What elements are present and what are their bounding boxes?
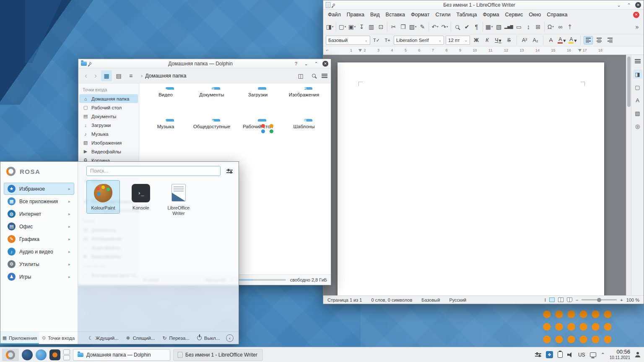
hibernate-button[interactable]: ❄Спящий... xyxy=(123,334,158,342)
category-office[interactable]: ▤Офис▸ xyxy=(4,220,74,233)
strikethrough-button[interactable]: S xyxy=(504,36,514,45)
app-libreoffice-writer[interactable]: LibreOffice Writer xyxy=(162,180,195,219)
subscript-button[interactable]: A₂ xyxy=(531,36,540,45)
folder-video[interactable]: ▶Видео xyxy=(143,89,189,97)
zoom-slider-knob[interactable] xyxy=(597,298,601,302)
superscript-button[interactable]: A² xyxy=(520,36,529,45)
dolphin-titlebar[interactable]: Домашняя папка — Dolphin ? ⌄ ⌃ ✕ xyxy=(78,59,331,68)
insert-footnote-button[interactable]: † xyxy=(565,21,575,32)
clock-widget[interactable]: 00:56 10.11.2021 xyxy=(610,349,630,360)
breadcrumb[interactable]: › Домашняя папка xyxy=(141,73,186,79)
paragraph-style-combo[interactable]: Базовый⌄ xyxy=(326,36,370,45)
filter-icon[interactable] xyxy=(226,169,233,173)
sidebar-gallery-icon[interactable]: ▧ xyxy=(633,109,642,118)
print-preview-button[interactable]: ⊡ xyxy=(376,21,386,32)
search-input[interactable] xyxy=(86,166,221,176)
insert-table-button[interactable]: ▦▾ xyxy=(484,21,494,32)
font-name-combo[interactable]: Liberation Serif⌄ xyxy=(394,36,444,45)
category-graphics[interactable]: ✎Графика▸ xyxy=(4,233,74,245)
keyboard-layout-indicator[interactable]: US xyxy=(578,352,585,358)
page-style-label[interactable]: Базовый xyxy=(421,297,440,303)
highlight-color-button[interactable]: А▾ xyxy=(568,36,577,45)
document-page[interactable] xyxy=(338,62,604,295)
save-button[interactable]: ▣▾ xyxy=(347,21,357,32)
folder-templates[interactable]: ▦Шаблоны xyxy=(281,121,327,129)
suspend-button[interactable]: ☾Ждущий... xyxy=(86,334,122,342)
place-downloads[interactable]: ↓Загрузки xyxy=(78,121,139,129)
font-size-combo[interactable]: 12 пт⌄ xyxy=(446,36,470,45)
category-games[interactable]: ♟Игры▸ xyxy=(4,271,74,283)
page-break-button[interactable]: ↨ xyxy=(524,21,533,32)
redo-button[interactable]: ↷▾ xyxy=(440,21,449,32)
insert-textbox-button[interactable]: ▭ xyxy=(514,21,524,32)
folder-documents[interactable]: ▤Документы xyxy=(189,89,235,97)
page-count-label[interactable]: Страница 1 из 1 xyxy=(327,297,362,303)
folder-pictures[interactable]: ◩Изображения xyxy=(281,89,327,97)
bold-button[interactable]: Ж xyxy=(472,36,481,45)
spellcheck-button[interactable]: ✔ xyxy=(462,21,472,32)
place-videos[interactable]: ▶Видеофайлы xyxy=(78,147,139,156)
category-utilities[interactable]: ⚙Утилиты▸ xyxy=(4,258,74,270)
app-konsole[interactable]: ›_ Konsole xyxy=(124,180,158,214)
place-desktop[interactable]: ▢Рабочий стол xyxy=(78,103,139,112)
sidebar-page-icon[interactable]: ▢ xyxy=(633,83,642,92)
audio-mixer-icon[interactable] xyxy=(535,352,541,357)
menu-table[interactable]: Таблица xyxy=(453,11,480,18)
tray-expander-icon[interactable]: ⌃ xyxy=(601,352,605,358)
restart-button[interactable]: ↻Переза... xyxy=(159,334,192,342)
collapse-button[interactable]: ‹ xyxy=(226,334,234,342)
menu-view[interactable]: Вид xyxy=(367,11,383,18)
pin-icon[interactable] xyxy=(89,62,92,65)
compact-view-button[interactable]: ▤ xyxy=(113,70,124,81)
category-internet[interactable]: ◍Интернет▸ xyxy=(4,208,74,220)
virtual-desktop-2[interactable] xyxy=(63,355,70,360)
category-audio-video[interactable]: ♪Аудио и видео▸ xyxy=(4,246,74,258)
quicklaunch-app-2-icon[interactable] xyxy=(36,349,47,360)
find-replace-button[interactable] xyxy=(452,21,462,32)
clipboard-icon[interactable] xyxy=(558,352,563,358)
update-style-button[interactable]: Т✓ xyxy=(372,36,381,45)
sidebar-properties-icon[interactable]: ◨ xyxy=(633,70,642,79)
pager-widget[interactable] xyxy=(63,349,70,361)
user-session-icon[interactable] xyxy=(635,352,640,357)
place-documents[interactable]: ▤Документы xyxy=(78,112,139,121)
tab-applications[interactable]: ▦Приложения xyxy=(0,332,39,344)
sidebar-settings-icon[interactable] xyxy=(633,57,642,66)
maximize-button[interactable]: ⌃ xyxy=(312,60,320,67)
tab-places[interactable]: ⊙Точки входа xyxy=(39,332,78,344)
cut-button[interactable]: ✂ xyxy=(389,21,398,32)
maximize-button[interactable]: ⌃ xyxy=(625,2,633,8)
breadcrumb-location[interactable]: Домашняя папка xyxy=(145,73,186,79)
clear-formatting-button[interactable]: А xyxy=(546,36,556,45)
left-indent-marker[interactable] xyxy=(358,49,362,52)
zoom-level-label[interactable]: 100 % xyxy=(626,297,639,303)
app-kolourpaint[interactable]: KolourPaint xyxy=(86,180,120,214)
align-right-button[interactable] xyxy=(605,36,615,44)
folder-desktop[interactable]: Рабочий стол xyxy=(235,121,281,129)
zoom-in-button[interactable]: + xyxy=(620,297,623,303)
zoom-out-button[interactable]: − xyxy=(576,297,578,303)
undo-button[interactable]: ↶▾ xyxy=(430,21,440,32)
insert-image-button[interactable]: ▧ xyxy=(494,21,504,32)
export-pdf-button[interactable]: ↧ xyxy=(357,21,366,32)
tab-stop-selector[interactable]: ⌐ xyxy=(326,48,329,52)
place-music[interactable]: ♪Музыка xyxy=(78,129,139,138)
align-center-button[interactable] xyxy=(595,36,604,44)
insert-field-button[interactable]: ⊞ xyxy=(533,21,543,32)
back-button[interactable]: ‹ xyxy=(82,72,90,80)
menu-help[interactable]: Справка xyxy=(544,11,570,18)
volume-icon[interactable] xyxy=(567,352,574,357)
virtual-desktop-1[interactable] xyxy=(63,349,70,354)
minimize-button[interactable]: ⌄ xyxy=(302,60,310,67)
italic-button[interactable]: К xyxy=(483,36,492,45)
task-writer[interactable]: Без имени 1 - LibreOffice Writer xyxy=(173,349,263,361)
word-count-label[interactable]: 0 слов, 0 символов xyxy=(371,297,412,303)
search-icon[interactable] xyxy=(312,74,316,78)
zoom-slider[interactable] xyxy=(582,299,617,300)
category-all-applications[interactable]: ▦Все приложения▸ xyxy=(4,195,74,207)
menu-tools[interactable]: Сервис xyxy=(502,11,526,18)
place-home[interactable]: ⌂Домашняя папка xyxy=(79,94,138,103)
close-document-button[interactable]: ✕ xyxy=(633,12,639,18)
insert-chart-button[interactable]: ▂▅▇ xyxy=(504,21,514,32)
tray-app-icon[interactable]: ❖ xyxy=(546,351,553,358)
